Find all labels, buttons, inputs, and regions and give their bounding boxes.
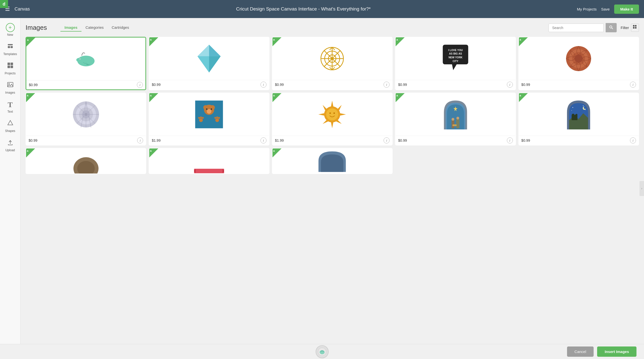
image-11 bbox=[26, 148, 146, 173]
image-card-7[interactable]: a bbox=[149, 93, 269, 145]
svg-point-64 bbox=[207, 109, 211, 114]
image-price-7: $1.99 bbox=[152, 138, 160, 142]
access-badge-icon-4: a bbox=[396, 38, 398, 41]
content-area: Images Images Categories Cartridges Filt… bbox=[21, 18, 644, 359]
tab-images[interactable]: Images bbox=[60, 24, 81, 32]
svg-point-68 bbox=[198, 117, 200, 119]
projects-icon bbox=[7, 62, 14, 71]
image-card-6[interactable]: a bbox=[26, 93, 146, 145]
svg-marker-76 bbox=[331, 122, 333, 128]
access-badge-icon-12: a bbox=[150, 149, 151, 152]
image-card-4[interactable]: a I LOVE YOU AS BIG AS NEW YORK CITY $0.… bbox=[395, 37, 516, 90]
images-icon bbox=[7, 81, 14, 90]
sidebar-item-upload-label: Upload bbox=[5, 148, 15, 152]
sidebar-item-shapes-label: Shapes bbox=[5, 129, 15, 133]
image-card-12[interactable]: a bbox=[149, 148, 269, 174]
sidebar-item-upload[interactable]: Upload bbox=[0, 136, 20, 154]
cricut-logo bbox=[316, 345, 329, 358]
sidebar-item-text[interactable]: T Text bbox=[0, 98, 20, 116]
image-card-11[interactable]: a bbox=[26, 148, 146, 174]
svg-point-98 bbox=[584, 106, 586, 109]
info-button-6[interactable]: i bbox=[137, 137, 143, 143]
info-button-9[interactable]: i bbox=[507, 137, 513, 143]
sidebar-item-images[interactable]: Images bbox=[0, 79, 20, 97]
info-button-8[interactable]: i bbox=[384, 137, 390, 143]
svg-point-93 bbox=[573, 107, 573, 108]
svg-point-40 bbox=[331, 57, 334, 60]
svg-rect-14 bbox=[635, 25, 636, 27]
svg-point-73 bbox=[216, 116, 218, 118]
image-card-footer-7: $1.99 i bbox=[149, 136, 269, 145]
topbar: ☰ Canvas Cricut Design Space Canvas Inte… bbox=[0, 0, 644, 18]
info-button-1[interactable]: i bbox=[137, 82, 143, 88]
info-button-7[interactable]: i bbox=[260, 137, 266, 143]
image-8 bbox=[272, 93, 392, 136]
my-projects-link[interactable]: My Projects bbox=[577, 7, 597, 11]
image-card-3[interactable]: a bbox=[272, 37, 393, 90]
svg-marker-75 bbox=[331, 101, 333, 107]
image-card-5[interactable]: a bbox=[518, 37, 639, 90]
image-price-9: $0.99 bbox=[398, 138, 407, 142]
sidebar-item-projects[interactable]: Projects bbox=[0, 59, 20, 78]
image-card-13[interactable]: a bbox=[272, 148, 393, 174]
svg-rect-88 bbox=[451, 120, 454, 128]
scroll-indicator: › bbox=[639, 181, 644, 196]
svg-rect-1 bbox=[8, 46, 10, 48]
image-card-footer-1: $0.99 i bbox=[26, 80, 145, 89]
image-price-6: $0.99 bbox=[29, 138, 37, 142]
svg-marker-77 bbox=[318, 113, 325, 116]
svg-rect-7 bbox=[8, 82, 13, 87]
filter-button[interactable]: Filter bbox=[621, 26, 629, 30]
info-button-2[interactable]: i bbox=[260, 82, 266, 88]
image-card-1[interactable]: a $0.99 i bbox=[26, 37, 146, 90]
image-card-footer-6: $0.99 i bbox=[26, 136, 146, 145]
tab-cartridges[interactable]: Cartridges bbox=[108, 24, 133, 32]
svg-point-23 bbox=[85, 63, 86, 63]
sidebar: + New Templates Projects Images T Text bbox=[0, 18, 21, 359]
insert-images-button[interactable]: Insert Images bbox=[597, 346, 636, 357]
svg-rect-0 bbox=[8, 44, 13, 45]
access-badge-icon-1: a bbox=[27, 38, 29, 41]
bottom-bar: Cancel Insert Images bbox=[0, 344, 644, 359]
svg-marker-9 bbox=[8, 120, 13, 125]
svg-point-22 bbox=[84, 63, 85, 64]
info-button-10[interactable]: i bbox=[630, 137, 636, 143]
svg-point-8 bbox=[8, 83, 10, 85]
svg-point-74 bbox=[218, 117, 220, 119]
sidebar-item-projects-label: Projects bbox=[5, 72, 16, 75]
search-button[interactable] bbox=[606, 23, 617, 32]
info-button-3[interactable]: i bbox=[384, 82, 390, 88]
image-card-9[interactable]: a bbox=[395, 93, 516, 145]
image-card-8[interactable]: a bbox=[272, 93, 393, 145]
image-card-footer-4: $0.99 i bbox=[396, 80, 515, 89]
image-card-2[interactable]: a $0.99 i bbox=[149, 37, 269, 90]
image-card-10[interactable]: a bbox=[518, 93, 639, 145]
cancel-button[interactable]: Cancel bbox=[567, 346, 594, 357]
svg-rect-102 bbox=[194, 169, 224, 173]
svg-text:I LOVE YOU: I LOVE YOU bbox=[448, 49, 463, 52]
grid-toggle[interactable] bbox=[631, 24, 639, 32]
svg-rect-16 bbox=[635, 27, 636, 29]
access-badge-icon-3: a bbox=[273, 38, 275, 41]
info-button-5[interactable]: i bbox=[630, 82, 636, 88]
sidebar-item-templates[interactable]: Templates bbox=[0, 40, 20, 58]
image-card-footer-9: $0.99 i bbox=[396, 136, 515, 145]
image-13 bbox=[272, 148, 392, 173]
sidebar-item-text-label: Text bbox=[7, 110, 13, 113]
svg-rect-2 bbox=[11, 46, 13, 48]
cricut-logo-image bbox=[316, 345, 329, 358]
svg-text:CITY: CITY bbox=[452, 60, 458, 63]
info-button-4[interactable]: i bbox=[507, 82, 513, 88]
image-price-5: $0.99 bbox=[521, 83, 530, 87]
make-it-button[interactable]: Make It bbox=[614, 5, 639, 14]
image-price-10: $0.99 bbox=[521, 138, 530, 142]
search-input[interactable] bbox=[548, 24, 604, 32]
sidebar-item-shapes[interactable]: Shapes bbox=[0, 117, 20, 135]
sidebar-item-new[interactable]: + New bbox=[0, 21, 20, 39]
svg-point-67 bbox=[199, 118, 203, 122]
svg-rect-5 bbox=[8, 66, 10, 68]
access-badge-icon-11: a bbox=[27, 149, 28, 152]
tab-categories[interactable]: Categories bbox=[81, 24, 108, 32]
save-button[interactable]: Save bbox=[601, 7, 610, 11]
image-7 bbox=[149, 93, 269, 136]
